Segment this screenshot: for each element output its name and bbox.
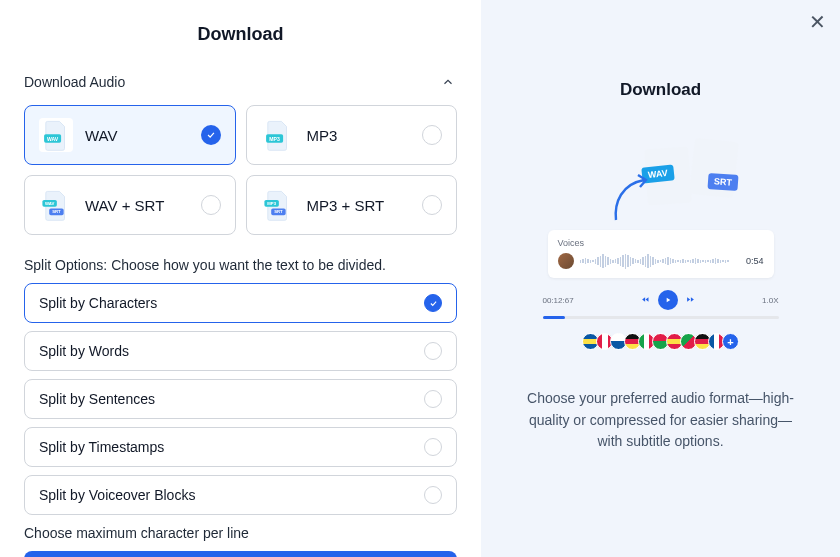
mp3-file-icon: MP3 <box>261 118 295 152</box>
split-option-label: Split by Characters <box>39 295 157 311</box>
format-label: WAV <box>85 127 201 144</box>
split-option-words[interactable]: Split by Words <box>24 331 457 371</box>
split-option-label: Split by Voiceover Blocks <box>39 487 195 503</box>
split-options-list: Split by Characters Split by Words Split… <box>24 283 457 515</box>
mp3-srt-file-icon: MP3SRT <box>261 188 295 222</box>
srt-tag: SRT <box>707 173 738 191</box>
preview-panel: ✕ Download WAV SRT Voices 0:54 00:12:67 <box>481 0 840 557</box>
svg-text:MP3: MP3 <box>267 201 276 206</box>
split-help-text: Choose maximum character per line <box>24 525 457 541</box>
playback-speed: 1.0X <box>762 296 778 305</box>
download-audio-section-header[interactable]: Download Audio <box>24 73 457 91</box>
voice-card-title: Voices <box>558 238 764 248</box>
arrow-icon <box>610 172 654 227</box>
svg-text:WAV: WAV <box>45 201 55 206</box>
radio-checked-icon <box>201 125 221 145</box>
waveform <box>580 252 740 270</box>
radio-checked-icon <box>424 294 442 312</box>
preview-description: Choose your preferred audio format—high-… <box>521 388 800 453</box>
wav-file-icon: WAV <box>39 118 73 152</box>
format-label: MP3 + SRT <box>307 197 423 214</box>
format-label: WAV + SRT <box>85 197 201 214</box>
avatar <box>558 253 574 269</box>
player-controls-row: 00:12:67 1.0X <box>543 290 779 310</box>
rewind-icon[interactable] <box>641 295 650 306</box>
svg-text:SRT: SRT <box>52 209 61 214</box>
download-button[interactable]: Download <box>24 551 457 557</box>
document-stack-illustration: WAV SRT <box>646 140 736 220</box>
voice-card: Voices 0:54 <box>548 230 774 278</box>
svg-text:SRT: SRT <box>274 209 283 214</box>
progress-bar[interactable] <box>543 316 779 319</box>
panel-title: Download <box>24 24 457 45</box>
split-options-caption: Split Options: Choose how you want the t… <box>24 257 457 273</box>
format-option-mp3-srt[interactable]: MP3SRT MP3 + SRT <box>246 175 458 235</box>
svg-text:MP3: MP3 <box>269 136 280 142</box>
radio-unchecked-icon <box>424 438 442 456</box>
split-option-sentences[interactable]: Split by Sentences <box>24 379 457 419</box>
download-settings-panel: Download Download Audio WAV WAV MP3 MP3 … <box>0 0 481 557</box>
download-audio-label: Download Audio <box>24 74 125 90</box>
wav-srt-file-icon: WAVSRT <box>39 188 73 222</box>
radio-unchecked-icon <box>424 342 442 360</box>
voice-duration: 0:54 <box>746 256 764 266</box>
chevron-up-icon <box>439 73 457 91</box>
format-option-wav-srt[interactable]: WAVSRT WAV + SRT <box>24 175 236 235</box>
elapsed-time: 00:12:67 <box>543 296 574 305</box>
radio-unchecked-icon <box>424 390 442 408</box>
preview-title: Download <box>620 80 701 100</box>
svg-text:WAV: WAV <box>47 136 59 142</box>
split-option-voiceover-blocks[interactable]: Split by Voiceover Blocks <box>24 475 457 515</box>
radio-unchecked-icon <box>422 125 442 145</box>
split-option-label: Split by Words <box>39 343 129 359</box>
more-flags-icon[interactable]: + <box>722 333 739 350</box>
format-label: MP3 <box>307 127 423 144</box>
language-flag-row: + <box>582 333 739 350</box>
radio-unchecked-icon <box>422 195 442 215</box>
forward-icon[interactable] <box>686 295 695 306</box>
radio-unchecked-icon <box>201 195 221 215</box>
split-option-label: Split by Timestamps <box>39 439 164 455</box>
split-option-timestamps[interactable]: Split by Timestamps <box>24 427 457 467</box>
format-options-grid: WAV WAV MP3 MP3 WAVSRT WAV + SRT MP3SRT … <box>24 105 457 235</box>
format-option-mp3[interactable]: MP3 MP3 <box>246 105 458 165</box>
format-option-wav[interactable]: WAV WAV <box>24 105 236 165</box>
play-button[interactable] <box>658 290 678 310</box>
close-icon[interactable]: ✕ <box>809 12 826 32</box>
radio-unchecked-icon <box>424 486 442 504</box>
split-option-label: Split by Sentences <box>39 391 155 407</box>
split-option-characters[interactable]: Split by Characters <box>24 283 457 323</box>
preview-illustration: WAV SRT Voices 0:54 00:12:67 1.0X + <box>541 140 781 350</box>
